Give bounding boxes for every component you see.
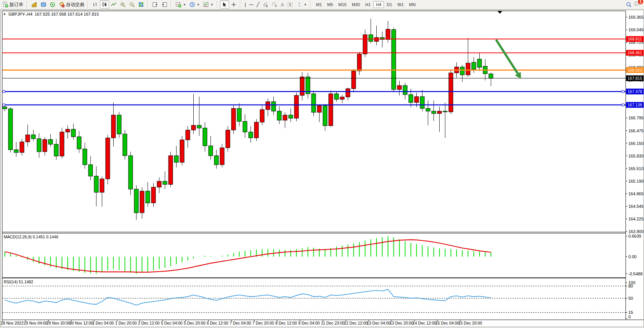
candle-body [134,189,138,213]
cursor-tool-button[interactable] [220,0,229,9]
text-tool[interactable]: A [279,0,286,9]
price-tick: 165.510 [628,166,644,171]
candle-body [111,115,116,138]
candle-body [369,35,373,42]
candle-body [346,88,350,97]
crosshair-tool-button[interactable] [229,0,238,9]
timeframe-D1[interactable]: D1 [384,1,395,8]
time-tick: 12 Dec 12:00 [344,321,368,325]
candle-body [8,109,13,150]
separator [240,1,242,8]
chart-title: ▼ GBPJPY-,H4 167.925 167.958 167.614 167… [3,12,99,16]
market-watch-button[interactable] [30,0,39,9]
bar-chart-mode-button[interactable] [91,0,100,9]
search-icon[interactable] [626,2,632,8]
quotes-icon [40,2,47,8]
time-tick: 14 Dec 12:00 [413,321,437,325]
chevron-down-icon[interactable]: ▼ [3,13,6,16]
indicators-dropdown[interactable]: ▼ [201,0,215,9]
separator [217,1,218,8]
candle-body [146,191,150,203]
text-label-icon: T [287,2,293,8]
signals-button[interactable] [48,0,57,9]
tile-windows-button[interactable] [137,0,146,9]
trendline-tool[interactable]: ╱ [255,0,261,9]
new-order-button[interactable]: 新订单 [1,0,25,9]
price-tick: 164.545 [628,204,644,209]
auto-trading-icon [59,2,65,8]
time-tick: 1 Dec 04:00 [92,321,114,325]
vertical-line-icon: | [245,2,246,7]
candle-body [271,102,276,111]
separator [310,1,312,8]
timeframe-M30[interactable]: M30 [349,1,363,8]
timeframe-W1[interactable]: W1 [395,1,406,8]
candle-body [226,130,230,148]
fibonacci-icon: F [271,2,278,8]
timeframe-H4[interactable]: H4 [373,1,384,8]
candle-body [220,148,224,164]
candle-body [249,132,253,138]
quotes-button[interactable] [39,0,48,9]
time-tick: 28 Nov 2022 [1,321,24,325]
separator [87,1,89,8]
candle-body [71,129,75,137]
candle-body [186,130,190,140]
zoom-out-button[interactable] [127,0,137,9]
price-badge-label: 167.138 [628,103,642,107]
zoom-in-button[interactable] [118,0,127,9]
line-handle[interactable] [3,104,5,106]
timeframe-H1[interactable]: H1 [363,1,373,8]
timeframe-M15[interactable]: M15 [336,1,349,8]
fibonacci-tool[interactable]: F [270,0,279,9]
candle-body [289,115,293,118]
candlestick-mode-button[interactable] [100,0,109,9]
time-tick: 11 Dec 23:00 [321,321,345,325]
horizontal-line-tool[interactable]: — [247,0,255,9]
svg-text:T: T [289,3,291,7]
channel-tool[interactable]: E [261,0,270,9]
candle-body [363,35,367,54]
candle-body [3,107,7,109]
zoom-out-icon [129,2,135,8]
separator [26,1,28,8]
zoom-in-icon [120,2,126,8]
candle-body [231,108,236,130]
bar-chart-icon [92,2,98,8]
candle-body [157,181,161,187]
price-tick: 163.900 [628,229,644,234]
arrange-charts-button[interactable] [151,0,160,9]
new-order-icon [2,2,8,8]
text-label-tool[interactable]: T [286,0,295,9]
candle-body [243,121,247,132]
price-badge-label: 167.478 [628,89,642,94]
line-handle[interactable] [3,90,5,93]
cursor-icon [222,2,228,8]
candle-body [203,128,207,146]
timeframe-MN[interactable]: MN [406,1,418,8]
price-tick: 169.365 [628,15,644,19]
line-chart-mode-button[interactable] [109,0,118,9]
line-handle[interactable] [622,104,624,106]
price-badge-label: 168.461 [628,50,642,55]
notifications-button[interactable]: 1 [634,1,641,8]
price-tick: 166.475 [628,129,644,133]
line-chart-icon [111,2,117,8]
mt4-window: 新订单 自动交易 [0,0,644,328]
candle-body [237,108,241,121]
candle-body [209,146,213,156]
candle-body [323,106,327,126]
new-chart-dropdown[interactable]: ▼ [174,0,188,9]
tile-windows-icon [138,2,144,8]
candle-body [426,108,430,111]
line-handle[interactable] [622,90,624,93]
vertical-line-tool[interactable]: | [243,0,247,9]
auto-trading-button[interactable]: 自动交易 [57,0,86,9]
periods-dropdown[interactable]: ▼ [188,0,201,9]
arrange-charts-alt-button[interactable] [160,0,169,9]
timeframe-M5[interactable]: M5 [324,1,336,8]
arrows-dropdown[interactable]: ▼ [295,0,308,9]
timeframe-M1[interactable]: M1 [313,1,324,8]
candle-body [191,125,196,130]
chart-canvas[interactable]: 169.365169.045168.725168.405168.080167.7… [0,0,644,328]
